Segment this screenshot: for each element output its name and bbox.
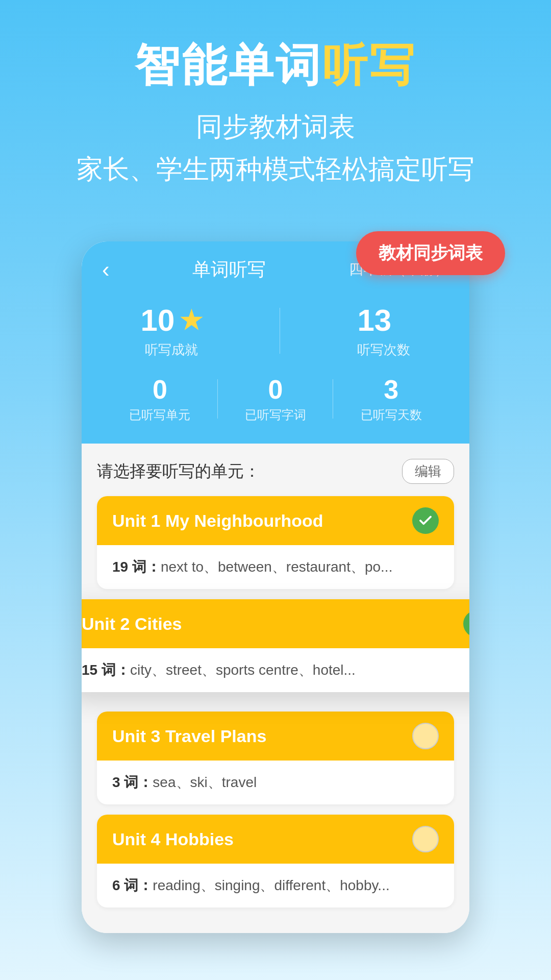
phone-mockup: 教材同步词表 ‹ 单词听写 四年级（下册） 10 ★ 听写成就 13 bbox=[82, 241, 469, 933]
stat-words: 0 已听写字词 bbox=[218, 374, 334, 423]
unit3-word-count: 3 词： bbox=[112, 774, 153, 790]
list-header: 请选择要听写的单元： 编辑 bbox=[97, 459, 454, 484]
unit-list-area: 请选择要听写的单元： 编辑 Unit 1 My Neighbourhood 19… bbox=[82, 444, 469, 933]
unit4-card[interactable]: Unit 4 Hobbies 6 词：reading、singing、diffe… bbox=[97, 815, 454, 908]
unit4-word-count: 6 词： bbox=[112, 877, 153, 893]
list-header-text: 请选择要听写的单元： bbox=[97, 460, 260, 483]
textbook-badge[interactable]: 教材同步词表 bbox=[356, 231, 505, 275]
phone-title: 单词听写 bbox=[192, 257, 266, 282]
unit2-floating-card[interactable]: Unit 2 Cities 15 词：city、street、sports ce… bbox=[82, 599, 469, 692]
unit2-body: 15 词：city、street、sports centre、hotel... bbox=[82, 648, 469, 692]
stats-bottom: 0 已听写单元 0 已听写字词 3 已听写天数 bbox=[102, 374, 449, 423]
unit2-check bbox=[463, 610, 469, 637]
stat-days-value: 3 bbox=[333, 374, 449, 405]
unit3-name: Unit 3 Travel Plans bbox=[112, 726, 266, 746]
subtitle-line1: 同步教材词表 bbox=[196, 112, 355, 141]
stats-top-divider bbox=[280, 308, 280, 354]
stats-area: 10 ★ 听写成就 13 听写次数 0 已听写单元 0 已 bbox=[82, 292, 469, 444]
phone-screen: ‹ 单词听写 四年级（下册） 10 ★ 听写成就 13 听写次数 bbox=[82, 241, 469, 933]
unit1-word-count: 19 词： bbox=[112, 559, 161, 575]
unit1-body: 19 词：next to、between、restaurant、po... bbox=[97, 545, 454, 589]
stat-units-label: 已听写单元 bbox=[102, 407, 218, 423]
stat-words-value: 0 bbox=[218, 374, 334, 405]
subtitle-line2: 家长、学生两种模式轻松搞定听写 bbox=[77, 154, 474, 184]
unit3-check bbox=[412, 723, 439, 749]
unit4-name: Unit 4 Hobbies bbox=[112, 829, 234, 849]
title-highlight: 听写 bbox=[322, 40, 416, 90]
stats-top: 10 ★ 听写成就 13 听写次数 bbox=[102, 303, 449, 359]
unit3-words-preview: sea、ski、travel bbox=[153, 774, 257, 790]
subtitle: 同步教材词表 家长、学生两种模式轻松搞定听写 bbox=[20, 106, 531, 190]
unit3-body: 3 词：sea、ski、travel bbox=[97, 761, 454, 804]
unit3-header: Unit 3 Travel Plans bbox=[97, 712, 454, 761]
unit2-header: Unit 2 Cities bbox=[82, 599, 469, 648]
star-icon: ★ bbox=[180, 306, 203, 335]
stat-count-value: 13 bbox=[357, 303, 410, 338]
unit1-words-preview: next to、between、restaurant、po... bbox=[161, 559, 392, 575]
stat-days: 3 已听写天数 bbox=[333, 374, 449, 423]
unit2-word-count: 15 词： bbox=[82, 662, 130, 678]
stat-achievements: 10 ★ 听写成就 bbox=[141, 303, 203, 359]
unit3-card[interactable]: Unit 3 Travel Plans 3 词：sea、ski、travel bbox=[97, 712, 454, 804]
unit1-card[interactable]: Unit 1 My Neighbourhood 19 词：next to、bet… bbox=[97, 496, 454, 589]
unit2-words-preview: city、street、sports centre、hotel... bbox=[130, 662, 356, 678]
stat-units-value: 0 bbox=[102, 374, 218, 405]
stat-count-label: 听写次数 bbox=[357, 341, 410, 359]
stat-count: 13 听写次数 bbox=[357, 303, 410, 359]
unit2-name: Unit 2 Cities bbox=[82, 614, 182, 634]
stat-achievements-label: 听写成就 bbox=[141, 341, 203, 359]
unit1-name: Unit 1 My Neighbourhood bbox=[112, 511, 323, 531]
unit1-check bbox=[412, 507, 439, 534]
stat-units: 0 已听写单元 bbox=[102, 374, 218, 423]
unit4-body: 6 词：reading、singing、different、hobby... bbox=[97, 864, 454, 908]
back-button[interactable]: ‹ bbox=[102, 257, 110, 282]
main-title: 智能单词听写 bbox=[20, 41, 531, 90]
stat-achievements-value: 10 ★ bbox=[141, 303, 203, 338]
title-prefix: 智能单词 bbox=[135, 40, 322, 90]
edit-button[interactable]: 编辑 bbox=[402, 459, 454, 484]
header-section: 智能单词听写 同步教材词表 家长、学生两种模式轻松搞定听写 bbox=[0, 0, 551, 211]
stat-days-label: 已听写天数 bbox=[333, 407, 449, 423]
stat-words-label: 已听写字词 bbox=[218, 407, 334, 423]
unit4-check bbox=[412, 826, 439, 852]
unit4-words-preview: reading、singing、different、hobby... bbox=[153, 877, 389, 893]
unit1-header: Unit 1 My Neighbourhood bbox=[97, 496, 454, 545]
unit4-header: Unit 4 Hobbies bbox=[97, 815, 454, 864]
